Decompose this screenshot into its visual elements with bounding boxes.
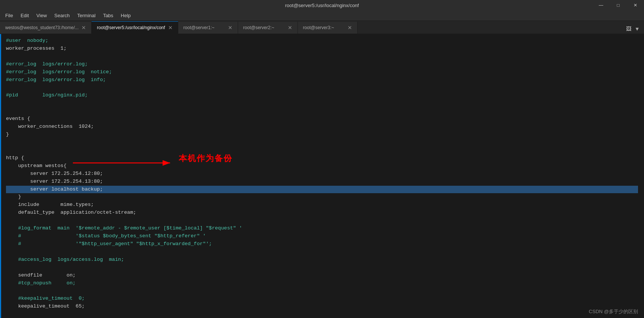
- code-line-8: #pid logs/nginx.pid;: [6, 92, 638, 99]
- code-line-19: server 172.25.254.13:80;: [6, 178, 638, 186]
- code-line-23: default_type application/octet-stream;: [6, 209, 638, 217]
- tab-bar: westos@westos_student73:/home/... ✕ root…: [0, 21, 644, 34]
- code-line-9: [6, 99, 638, 107]
- code-line-31: sendfile on;: [6, 272, 638, 280]
- code-line-2: worker_processes 1;: [6, 45, 638, 53]
- menu-edit[interactable]: Edit: [17, 12, 33, 19]
- tab-extras: 🖼 ▼: [624, 25, 644, 34]
- menu-help[interactable]: Help: [117, 12, 135, 19]
- code-line-28: [6, 248, 638, 256]
- menu-view[interactable]: View: [33, 12, 50, 19]
- code-line-3: [6, 53, 638, 61]
- code-line-14: [6, 139, 638, 146]
- code-line-24: [6, 217, 638, 225]
- menu-bar: File Edit View Search Terminal Tabs Help: [0, 10, 644, 21]
- code-line-10: [6, 107, 638, 115]
- minimize-button[interactable]: —: [592, 0, 610, 10]
- code-line-1: #user nobody;: [6, 37, 638, 45]
- tab-server5[interactable]: root@server5:/usr/local/nginx/conf ✕: [92, 21, 178, 34]
- code-line-21: }: [6, 193, 638, 201]
- close-button[interactable]: ✕: [627, 0, 644, 10]
- tab-westos[interactable]: westos@westos_student73:/home/... ✕: [0, 22, 92, 34]
- menu-terminal[interactable]: Terminal: [74, 12, 99, 19]
- watermark: CSDN @多于少的区别: [589, 308, 638, 315]
- menu-tabs[interactable]: Tabs: [99, 12, 117, 19]
- code-line-27: # '"$http_user_agent" "$http_x_forwarded…: [6, 240, 638, 248]
- menu-search[interactable]: Search: [50, 12, 73, 19]
- tab-dropdown-icon[interactable]: ▼: [634, 25, 641, 34]
- tab-label-server5: root@server5:/usr/local/nginx/conf: [97, 25, 165, 30]
- code-line-7: [6, 84, 638, 92]
- code-line-36: [6, 311, 638, 318]
- tab-close-server2[interactable]: ✕: [288, 25, 292, 30]
- tab-server2[interactable]: root@server2:~ ✕: [238, 22, 298, 34]
- tab-close-server5[interactable]: ✕: [168, 25, 173, 30]
- code-line-26: # '$status $body_bytes_sent "$http_refer…: [6, 232, 638, 240]
- code-line-6: #error_log logs/error.log info;: [6, 76, 638, 84]
- code-line-12: worker_connections 1024;: [6, 123, 638, 131]
- tab-label-westos: westos@westos_student73:/home/...: [5, 25, 78, 30]
- menu-file[interactable]: File: [1, 12, 17, 19]
- window-title: root@server5:/usr/local/nginx/conf: [285, 3, 359, 8]
- code-line-20: server localhost backup;: [6, 186, 638, 194]
- tab-label-server3: root@server3:~: [303, 25, 334, 30]
- code-line-15: [6, 146, 638, 154]
- code-line-30: [6, 264, 638, 272]
- code-line-29: #access_log logs/access.log main;: [6, 256, 638, 264]
- maximize-button[interactable]: □: [610, 0, 627, 10]
- tab-label-server1: root@server1:~: [184, 25, 215, 30]
- code-line-18: server 172.25.254.12:80;: [6, 170, 638, 178]
- tab-close-server1[interactable]: ✕: [228, 25, 232, 30]
- main-content: #user nobody; worker_processes 1; #error…: [0, 34, 644, 318]
- code-line-5: #error_log logs/error.log notice;: [6, 68, 638, 76]
- tab-close-server3[interactable]: ✕: [348, 25, 352, 30]
- code-line-16: http {: [6, 154, 638, 162]
- tab-server1[interactable]: root@server1:~ ✕: [178, 22, 238, 34]
- title-bar: root@server5:/usr/local/nginx/conf — □ ✕: [0, 0, 644, 10]
- code-line-11: events {: [6, 115, 638, 123]
- code-line-33: [6, 287, 638, 295]
- window-controls: — □ ✕: [592, 0, 644, 10]
- tab-server3[interactable]: root@server3:~ ✕: [298, 22, 358, 34]
- tab-label-server2: root@server2:~: [243, 25, 274, 30]
- code-line-35: keepalive_timeout 65;: [6, 303, 638, 311]
- code-line-22: include mime.types;: [6, 201, 638, 209]
- tab-close-westos[interactable]: ✕: [81, 25, 86, 30]
- code-line-4: #error_log logs/error.log;: [6, 61, 638, 68]
- code-editor[interactable]: #user nobody; worker_processes 1; #error…: [0, 34, 644, 318]
- code-line-32: #tcp_nopush on;: [6, 280, 638, 287]
- code-line-17: upstream westos{: [6, 162, 638, 170]
- tab-screenshot-icon[interactable]: 🖼: [624, 25, 634, 34]
- code-line-25: #log_format main '$remote_addr - $remote…: [6, 225, 638, 232]
- code-line-13: }: [6, 131, 638, 139]
- code-line-34: #keepalive_timeout 0;: [6, 295, 638, 303]
- left-accent: [0, 34, 1, 318]
